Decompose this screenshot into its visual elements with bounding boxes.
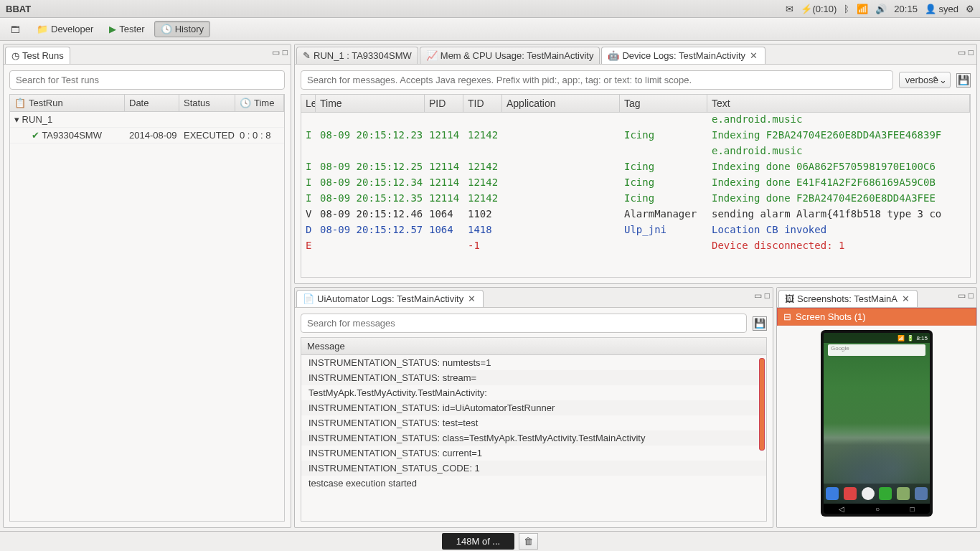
col-tag[interactable]: Tag <box>620 95 707 112</box>
close-icon[interactable]: ✕ <box>748 50 759 61</box>
maximize-icon[interactable]: □ <box>969 291 974 301</box>
network-icon[interactable]: 📶 <box>857 4 868 14</box>
system-tray: ✉ ⚡(0:10) ᛒ 📶 🔊 20:15 👤 syed ⚙ <box>786 4 974 14</box>
col-level[interactable]: Le <box>301 95 316 112</box>
maximize-icon[interactable]: □ <box>283 47 288 57</box>
col-time[interactable]: Time <box>254 98 274 108</box>
gc-button[interactable]: 🗑 <box>519 533 538 550</box>
tab-label: RUN_1 : TA93304SMW <box>314 50 412 61</box>
dock-icon <box>897 487 910 500</box>
log-row[interactable]: I08-09 20:15:12.251211412142IcingIndexin… <box>301 160 970 176</box>
list-item[interactable]: INSTRUMENTATION_STATUS: test=test <box>301 415 766 430</box>
tab-label: Device Logs: TestMainActivity <box>622 50 745 61</box>
uiautomator-message-list[interactable]: Message INSTRUMENTATION_STATUS: numtests… <box>301 337 767 522</box>
screenshots-group-label: Screen Shots (1) <box>796 311 866 322</box>
history-perspective-button[interactable]: 🕓History <box>154 21 210 37</box>
bluetooth-icon[interactable]: ᛒ <box>844 4 849 14</box>
expand-icon[interactable]: ▾ <box>14 114 19 125</box>
tab-screenshots[interactable]: 🖼 Screenshots: TestMainA ✕ <box>778 290 918 307</box>
minimize-icon[interactable]: ▭ <box>958 291 966 301</box>
uiautomator-panel: 📄 UiAutomator Logs: TestMainActivity ✕ ▭… <box>294 287 773 528</box>
clock[interactable]: 20:15 <box>894 4 918 14</box>
list-item[interactable]: INSTRUMENTATION_STATUS_CODE: 1 <box>301 461 766 476</box>
col-testrun[interactable]: TestRun <box>29 98 63 108</box>
perspective-toolbar: 🗔 📁Developer ▶Tester 🕓History <box>0 18 980 41</box>
minimize-icon[interactable]: ▭ <box>754 291 762 301</box>
editor-tab[interactable]: 🤖Device Logs: TestMainActivity✕ <box>601 47 765 64</box>
col-date[interactable]: Date <box>129 98 149 108</box>
sound-icon[interactable]: 🔊 <box>875 4 887 14</box>
save-icon: 💾 <box>754 318 765 329</box>
log-row[interactable]: I08-09 20:15:12.341211412142IcingIndexin… <box>301 176 970 192</box>
scrollbar[interactable] <box>758 358 765 518</box>
gear-icon[interactable]: ⚙ <box>966 4 974 14</box>
minimize-icon[interactable]: ▭ <box>958 47 966 57</box>
close-icon[interactable]: ✕ <box>900 293 911 304</box>
android-icon: 🤖 <box>608 50 619 61</box>
log-row[interactable]: e.android.music <box>301 113 970 128</box>
window-icon: 🗔 <box>11 24 21 34</box>
pencil-icon: ✎ <box>303 50 311 61</box>
list-item[interactable]: INSTRUMENTATION_STATUS: current=1 <box>301 446 766 461</box>
list-item[interactable]: INSTRUMENTATION_STATUS: stream= <box>301 370 766 385</box>
list-item[interactable]: INSTRUMENTATION_STATUS: class=TestMyApk.… <box>301 430 766 446</box>
device-log-table[interactable]: Le Time PID TID Application Tag Text e.a… <box>301 94 971 278</box>
phone-nav-bar: ◁○□ <box>824 504 930 514</box>
log-row[interactable]: E-1Device disconnected: 1 <box>301 239 970 255</box>
right-column: ✎RUN_1 : TA93304SMW📈Mem & CPU Usage: Tes… <box>294 44 977 528</box>
save-icon: 💾 <box>958 75 969 85</box>
save-uiautomator-button[interactable]: 💾 <box>753 316 767 331</box>
log-level-select[interactable]: verbose ⌃⌄ <box>899 72 951 88</box>
status-bar: 148M of ... 🗑 <box>0 531 980 551</box>
open-perspective-button[interactable]: 🗔 <box>4 22 27 37</box>
mail-icon[interactable]: ✉ <box>786 4 793 14</box>
chevron-updown-icon: ⌃⌄ <box>931 75 947 85</box>
col-pid[interactable]: PID <box>425 95 463 112</box>
tab-uiautomator[interactable]: 📄 UiAutomator Logs: TestMainActivity ✕ <box>296 290 484 307</box>
log-row[interactable]: I08-09 20:15:12.351211412142IcingIndexin… <box>301 192 970 207</box>
testruns-table[interactable]: 📋TestRun Date Status 🕓Time ▾ RUN_1✔ TA93… <box>9 94 285 522</box>
editor-tab[interactable]: 📈Mem & CPU Usage: TestMainActivity <box>420 47 600 64</box>
list-item[interactable]: INSTRUMENTATION_STATUS: numtests=1 <box>301 355 766 370</box>
log-row[interactable]: D08-09 20:15:12.5710641418Ulp_jniLocatio… <box>301 223 970 239</box>
test-runs-panel: ◷ Test Runs ▭ □ 📋TestRun Date Status 🕓Ti… <box>3 44 291 528</box>
col-tid[interactable]: TID <box>463 95 502 112</box>
workspace: ◷ Test Runs ▭ □ 📋TestRun Date Status 🕓Ti… <box>0 41 980 531</box>
list-item[interactable]: INSTRUMENTATION_STATUS: id=UiAutomatorTe… <box>301 400 766 415</box>
log-row[interactable]: V08-09 20:15:12.4610641102AlarmManagerse… <box>301 207 970 223</box>
table-row[interactable]: ▾ RUN_1 <box>10 112 284 128</box>
testruns-search-input[interactable] <box>9 70 285 90</box>
uiautomator-search-input[interactable] <box>301 314 747 333</box>
table-row[interactable]: ✔ TA93304SMW2014-08-09EXECUTED0 : 0 : 8 <box>10 128 284 143</box>
list-item[interactable]: TestMyApk.TestMyActivity.TestMainActivit… <box>301 385 766 400</box>
dock-icon <box>879 487 892 500</box>
clock-icon: 🕓 <box>240 98 251 108</box>
devicelogs-search-input[interactable] <box>301 70 893 90</box>
maximize-icon[interactable]: □ <box>969 47 974 57</box>
collapse-icon[interactable]: ⊟ <box>783 311 791 322</box>
tester-perspective-button[interactable]: ▶Tester <box>103 21 151 37</box>
editor-tab[interactable]: ✎RUN_1 : TA93304SMW <box>296 47 418 64</box>
chart-icon: 📈 <box>426 50 438 61</box>
col-text[interactable]: Text <box>707 95 970 112</box>
col-time[interactable]: Time <box>316 95 425 112</box>
minimize-icon[interactable]: ▭ <box>272 47 280 57</box>
phone-search-widget: Google <box>828 344 925 356</box>
developer-perspective-button[interactable]: 📁Developer <box>30 21 100 37</box>
log-row[interactable]: e.android.music <box>301 144 970 160</box>
col-message[interactable]: Message <box>301 338 766 355</box>
list-item[interactable]: testcase execution started <box>301 476 766 491</box>
log-row[interactable]: I08-09 20:15:12.231211412142IcingIndexin… <box>301 128 970 144</box>
col-status[interactable]: Status <box>184 98 210 108</box>
save-log-button[interactable]: 💾 <box>956 73 971 88</box>
memory-indicator[interactable]: 148M of ... <box>442 533 514 550</box>
screenshot-thumbnail[interactable]: 📶🔋8:15 Google ◁○□ <box>821 330 933 517</box>
close-icon[interactable]: ✕ <box>466 293 477 304</box>
screenshots-group-header[interactable]: ⊟ Screen Shots (1) <box>777 308 976 326</box>
tab-test-runs[interactable]: ◷ Test Runs <box>5 47 70 64</box>
maximize-icon[interactable]: □ <box>765 291 770 301</box>
bottom-row: 📄 UiAutomator Logs: TestMainActivity ✕ ▭… <box>294 287 977 528</box>
battery-indicator[interactable]: ⚡(0:10) <box>801 4 837 14</box>
col-app[interactable]: Application <box>502 95 620 112</box>
user-menu[interactable]: 👤 syed <box>925 4 958 14</box>
